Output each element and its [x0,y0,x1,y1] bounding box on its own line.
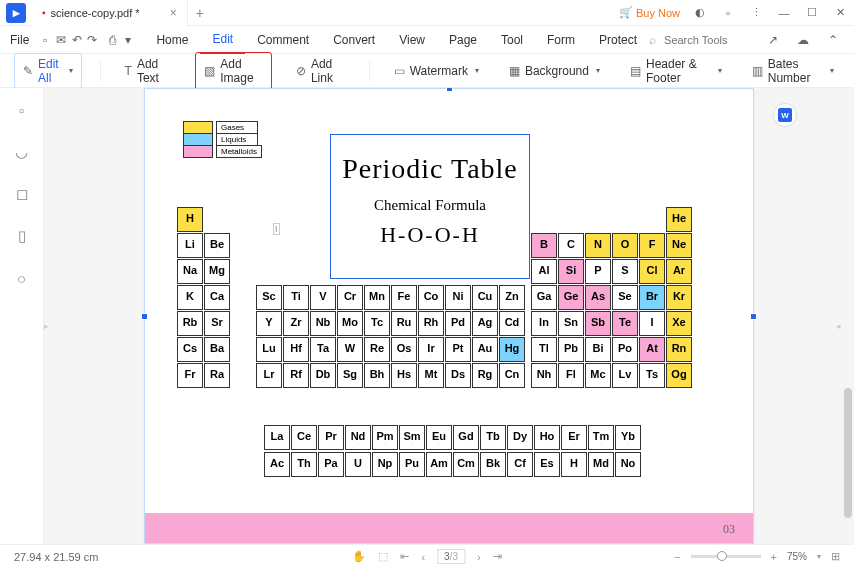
pdf-page[interactable]: GasesLiquidsMetalloids Periodic Table Ch… [144,88,754,544]
selection-handle[interactable] [141,313,148,320]
save-icon[interactable]: ▫ [37,33,53,47]
zoom-in-icon[interactable]: + [771,551,777,563]
bookmark-icon[interactable]: ◡ [12,142,32,162]
element-cell: F· [639,233,665,258]
tab-form[interactable]: Form [535,26,587,54]
print-icon[interactable]: ⎙ [104,33,120,47]
minimize-button[interactable]: — [776,5,792,21]
word-export-icon[interactable]: W [773,103,797,127]
page-indicator[interactable]: 3/3 [437,549,465,564]
select-tool-icon[interactable]: ⬚ [378,550,388,563]
tab-edit[interactable]: Edit [200,26,245,54]
doc-formula: H-O-O-H [331,222,529,248]
element-cell: Ac· [264,452,290,477]
first-page-icon[interactable]: ⇤ [400,550,409,563]
zoom-out-icon[interactable]: − [674,551,680,563]
tab-page[interactable]: Page [437,26,489,54]
tab-close-icon[interactable]: × [170,6,177,20]
selection-handle[interactable] [446,88,453,92]
background-button[interactable]: ▦ Background ▾ [503,60,606,82]
element-cell: Cl· [639,259,665,284]
element-cell: Hg· [499,337,525,362]
element-cell: Ho· [534,425,560,450]
bates-icon: ▥ [752,64,763,78]
dropdown-icon[interactable]: ▾ [120,33,136,47]
element-cell: Rh· [418,311,444,336]
element-cell: Gd· [453,425,479,450]
zoom-caret-icon[interactable]: ▾ [817,552,821,561]
zoom-slider[interactable] [691,555,761,558]
bates-number-button[interactable]: ▥ Bates Number ▾ [746,53,840,89]
undo-icon[interactable]: ↶ [69,33,85,47]
link-icon: ⊘ [296,64,306,78]
tab-tool[interactable]: Tool [489,26,535,54]
element-cell: Np· [372,452,398,477]
element-cell: Te· [612,311,638,336]
element-cell: O· [612,233,638,258]
expand-right-icon[interactable]: ◂ [836,316,844,336]
element-cell: Zr· [283,311,309,336]
text-cursor: I [273,223,280,235]
element-cell: Ta· [310,337,336,362]
add-link-button[interactable]: ⊘ Add Link [290,53,351,89]
element-cell: Rb· [177,311,203,336]
comment-icon[interactable]: ◻ [12,184,32,204]
search-panel-icon[interactable]: ○ [12,268,32,288]
mail-icon[interactable]: ✉ [53,33,69,47]
element-cell: Ar· [666,259,692,284]
page-dimensions: 27.94 x 21.59 cm [14,551,98,563]
tab-convert[interactable]: Convert [321,26,387,54]
element-cell: Au· [472,337,498,362]
search-input[interactable] [664,34,754,46]
hand-tool-icon[interactable]: ✋ [352,550,366,563]
buy-now-link[interactable]: 🛒 Buy Now [619,6,680,19]
close-button[interactable]: ✕ [832,5,848,21]
tab-view[interactable]: View [387,26,437,54]
cloud-icon[interactable]: ☁ [792,33,814,47]
element-cell: Tb· [480,425,506,450]
selection-handle[interactable] [750,313,757,320]
watermark-icon: ▭ [394,64,405,78]
element-cell: Rf· [283,363,309,388]
add-text-button[interactable]: T Add Text [119,53,178,89]
element-cell: V· [310,285,336,310]
redo-icon[interactable]: ↷ [85,33,101,47]
pdf-icon: ▪ [42,7,46,18]
caret-icon: ▾ [69,66,73,75]
expand-icon[interactable]: ⌃ [822,33,844,47]
new-tab-button[interactable]: + [188,5,212,21]
element-cell: Bk· [480,452,506,477]
attachment-icon[interactable]: ▯ [12,226,32,246]
element-cell: Cm· [453,452,479,477]
tab-filename: science-copy.pdf * [51,7,140,19]
add-image-button[interactable]: ▧ Add Image [195,52,272,90]
last-page-icon[interactable]: ⇥ [493,550,502,563]
element-cell: Ds· [445,363,471,388]
element-cell: As· [585,285,611,310]
fit-icon[interactable]: ⊞ [831,550,840,563]
header-footer-button[interactable]: ▤ Header & Footer ▾ [624,53,728,89]
maximize-button[interactable]: ☐ [804,5,820,21]
element-cell: Mg· [204,259,230,284]
image-icon: ▧ [204,64,215,78]
file-menu[interactable]: File [10,33,29,47]
element-cell: La· [264,425,290,450]
watermark-button[interactable]: ▭ Watermark ▾ [388,60,485,82]
notification-icon[interactable]: ▫ [720,5,736,21]
help-icon[interactable]: ◐ [692,5,708,21]
tab-home[interactable]: Home [144,26,200,54]
element-cell: Ge· [558,285,584,310]
prev-page-icon[interactable]: ‹ [421,551,425,563]
tab-protect[interactable]: Protect [587,26,649,54]
element-cell: Sg· [337,363,363,388]
share-icon[interactable]: ↗ [762,33,784,47]
more-icon[interactable]: ⋮ [748,5,764,21]
edit-all-button[interactable]: ✎ Edit All ▾ [14,53,82,89]
next-page-icon[interactable]: › [477,551,481,563]
thumbnails-icon[interactable]: ▫ [12,100,32,120]
element-cell: Sm· [399,425,425,450]
scrollbar[interactable] [844,388,852,518]
element-cell: In· [531,311,557,336]
tab-comment[interactable]: Comment [245,26,321,54]
document-tab[interactable]: ▪ science-copy.pdf * × [32,0,188,26]
